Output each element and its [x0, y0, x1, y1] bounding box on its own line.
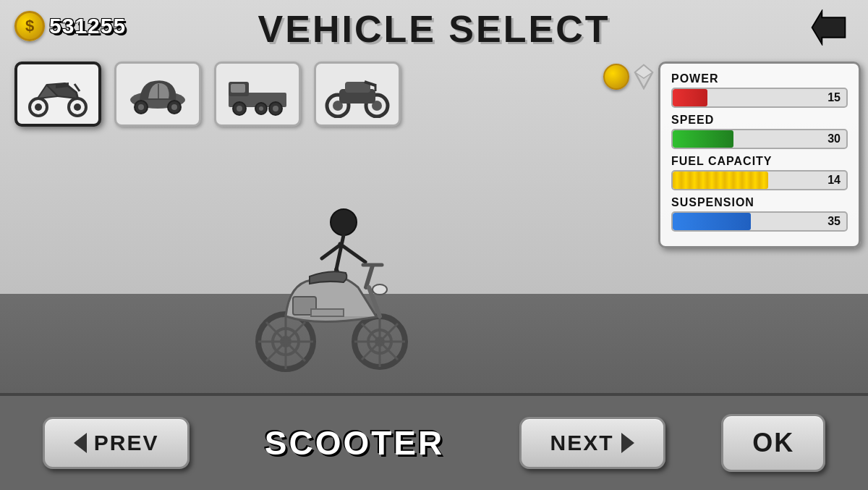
- back-button[interactable]: [807, 7, 850, 47]
- next-arrow-icon: [621, 433, 634, 453]
- vehicle-name-display: SCOOTER: [246, 423, 463, 462]
- stat-label-power: POWER: [671, 72, 848, 85]
- svg-line-4: [75, 84, 80, 91]
- stat-value-power: 15: [827, 91, 841, 104]
- stat-fill-power: [673, 89, 707, 106]
- vehicle-selector: [14, 62, 401, 127]
- stat-bar-suspension: 35: [671, 211, 848, 232]
- stat-fill-suspension: [673, 213, 751, 230]
- svg-rect-13: [231, 84, 245, 93]
- prev-label: PREV: [94, 431, 159, 455]
- stat-value-suspension: 35: [827, 215, 841, 228]
- svg-line-53: [366, 266, 373, 287]
- svg-point-2: [35, 104, 42, 111]
- stat-row-fuel: FUEL CAPACITY 14: [671, 155, 848, 190]
- stat-label-speed: SPEED: [671, 114, 848, 127]
- vehicle-thumb-motorcycle[interactable]: [14, 62, 101, 127]
- stat-label-suspension: SUSPENSION: [671, 196, 848, 209]
- stats-gem-icon: [633, 64, 655, 90]
- svg-line-32: [340, 244, 365, 262]
- stat-bar-power: 15: [671, 88, 848, 108]
- stat-fill-speed: [673, 130, 733, 148]
- ok-label: OK: [752, 428, 794, 458]
- stat-value-fuel: 14: [827, 174, 841, 187]
- scooter-svg: [224, 182, 427, 385]
- vehicle-thumb-atv[interactable]: [314, 62, 401, 127]
- coin-amount: 531255: [49, 14, 126, 38]
- svg-line-33: [322, 246, 339, 258]
- coin-display: $ 531255: [14, 11, 126, 41]
- svg-point-3: [74, 104, 81, 111]
- stats-panel: POWER 15 SPEED 30 FUEL CAPACITY 14 SUSPE…: [658, 62, 861, 248]
- vehicle-thumb-car[interactable]: [114, 62, 201, 127]
- svg-point-10: [171, 104, 177, 110]
- bottom-bar: PREV SCOOTER NEXT OK: [0, 396, 868, 490]
- next-label: NEXT: [550, 431, 614, 455]
- svg-point-18: [273, 106, 278, 111]
- prev-arrow-icon: [74, 433, 87, 453]
- coin-icon: $: [14, 11, 45, 41]
- svg-line-31: [336, 235, 344, 269]
- ok-button[interactable]: OK: [721, 414, 825, 472]
- prev-button[interactable]: PREV: [43, 417, 190, 469]
- header: $ 531255 VEHICLE SELECT: [0, 0, 868, 58]
- vehicle-display: [0, 145, 651, 392]
- stat-row-suspension: SUSPENSION 35: [671, 196, 848, 232]
- game-area: $ 531255 VEHICLE SELECT: [0, 0, 868, 490]
- svg-point-30: [331, 209, 357, 235]
- svg-point-9: [138, 104, 144, 110]
- stats-coin-icon: [603, 64, 629, 90]
- next-button[interactable]: NEXT: [519, 417, 665, 469]
- stats-currency: [603, 64, 655, 90]
- stat-bar-fuel: 14: [671, 170, 848, 190]
- svg-point-17: [237, 106, 242, 111]
- stat-value-speed: 30: [827, 132, 841, 145]
- stat-label-fuel: FUEL CAPACITY: [671, 155, 848, 168]
- stat-fill-fuel: [673, 172, 768, 189]
- vehicle-thumb-truck[interactable]: [214, 62, 301, 127]
- svg-point-19: [259, 106, 263, 111]
- page-title: VEHICLE SELECT: [258, 7, 610, 51]
- stat-bar-speed: 30: [671, 129, 848, 149]
- stat-row-speed: SPEED 30: [671, 114, 848, 149]
- svg-point-56: [373, 284, 387, 295]
- stat-row-power: POWER 15: [671, 72, 848, 108]
